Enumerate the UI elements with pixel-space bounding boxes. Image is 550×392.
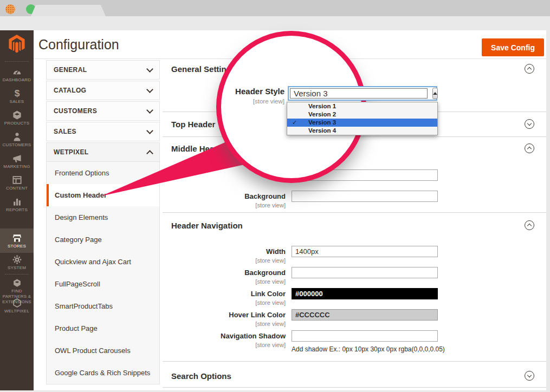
- sidebar-item-label: MARKETING: [0, 164, 34, 169]
- sidebar-item-system[interactable]: SYSTEM: [0, 254, 34, 271]
- window-button-orange[interactable]: [5, 4, 15, 14]
- form-section-header-navigation: Header NavigationWidth[store view]Backgr…: [163, 213, 546, 362]
- magento-logo-icon[interactable]: [0, 35, 34, 55]
- chevron-down-icon: [146, 86, 153, 93]
- section-heading: Search Options: [171, 371, 231, 381]
- field-label: Link Color[store view]: [163, 290, 286, 306]
- collapse-toggle-top-header[interactable]: [525, 119, 534, 129]
- dropdown-option-version-2[interactable]: Version 2: [287, 110, 437, 119]
- sidebar-item-stores[interactable]: STORES: [0, 228, 34, 253]
- sidebar-item-label: SYSTEM: [0, 265, 34, 271]
- chevron-down-icon: [527, 121, 532, 126]
- field-row-navigation-shadow: Navigation Shadow[store view]: [163, 331, 546, 344]
- field-scope: [store view]: [163, 278, 286, 285]
- header-style-label: Header Style: [209, 87, 284, 96]
- field-row-width: Width[store view]: [163, 246, 546, 259]
- dropdown-option-version-1[interactable]: Version 1: [287, 102, 437, 110]
- background-input[interactable]: [292, 191, 438, 202]
- field-row-link-color: Link Color[store view]: [163, 289, 546, 302]
- field-label: Hover Link Color[store view]: [163, 311, 286, 327]
- collapse-toggle-middle-header[interactable]: [525, 143, 534, 153]
- partners-icon: [0, 278, 34, 288]
- width-input[interactable]: [292, 246, 438, 257]
- sidebar-item-customers[interactable]: CUSTOMERS: [0, 132, 34, 148]
- header-style-select[interactable]: Version 3: [288, 86, 437, 101]
- chevron-down-icon: [527, 373, 532, 377]
- config-subitem-owl-product-carousels[interactable]: OWL Product Carousels: [47, 339, 159, 362]
- header-style-select-value: Version 3: [290, 88, 428, 99]
- field-label: Width[store view]: [163, 247, 286, 264]
- sidebar-item-label: REPORTS: [0, 207, 34, 213]
- chevron-up-icon: [527, 67, 532, 71]
- header-style-dropdown: Version 1Version 2✓Version 3Version 4: [287, 102, 438, 135]
- field-hint: Add shadow Ex.: 0px 10px 30px 0px rgba(0…: [292, 345, 445, 353]
- window-titlebar: [0, 0, 550, 16]
- config-subitem-category-page[interactable]: Category Page: [47, 228, 159, 251]
- sidebar-item-content[interactable]: CONTENT: [0, 175, 34, 191]
- field-row-background: Background[store view]: [163, 267, 546, 280]
- dropdown-option-version-4[interactable]: Version 4: [287, 127, 437, 135]
- config-section-general[interactable]: GENERAL: [46, 60, 160, 80]
- config-section-label: SALES: [54, 128, 76, 135]
- weltpixel-icon: [0, 298, 34, 308]
- dashboard-icon: [0, 67, 34, 77]
- select-arrow-button[interactable]: [432, 88, 438, 99]
- save-config-button[interactable]: Save Config: [482, 38, 544, 56]
- background-input[interactable]: [292, 267, 438, 278]
- sidebar-item-label: SALES: [0, 99, 34, 104]
- field-scope: [store view]: [163, 257, 286, 264]
- chevron-up-icon: [527, 224, 532, 228]
- page-title: Configuration: [38, 37, 119, 53]
- sidebar-item-label: PRODUCTS: [0, 121, 34, 126]
- config-subitem-quickview-and-ajax-cart[interactable]: Quickview and Ajax Cart: [47, 251, 159, 273]
- hover-link-color-input[interactable]: [292, 309, 438, 321]
- dropdown-option-version-3[interactable]: ✓Version 3: [287, 119, 437, 127]
- sidebar-item-label: CONTENT: [0, 186, 34, 191]
- chevron-down-icon: [146, 107, 153, 114]
- field-scope: [store view]: [163, 299, 286, 306]
- sidebar-item-sales[interactable]: $SALES: [0, 88, 34, 104]
- arrow-up-icon: [433, 92, 437, 95]
- config-nav: GENERALCATALOGCUSTOMERSSALESWETPIXELFron…: [46, 60, 160, 384]
- sidebar-item-reports[interactable]: REPORTS: [0, 197, 34, 213]
- customers-icon: [0, 132, 34, 142]
- config-section-label: GENERAL: [54, 66, 87, 74]
- sidebar-item-label: CUSTOMERS: [0, 142, 34, 148]
- config-subitem-smartproducttabs[interactable]: SmartProductTabs: [47, 295, 159, 317]
- reports-icon: [0, 197, 34, 207]
- browser-tab[interactable]: [31, 5, 106, 16]
- chevron-down-icon: [146, 66, 153, 73]
- config-section-customers[interactable]: CUSTOMERS: [46, 101, 160, 121]
- config-subitem-google-cards-rich-snippets[interactable]: Google Cards & Rich Snippets: [47, 362, 159, 384]
- section-heading: Header Navigation: [171, 221, 243, 230]
- navigation-shadow-input[interactable]: [292, 330, 438, 342]
- config-section-label: CATALOG: [54, 87, 86, 94]
- svg-text:$: $: [14, 88, 20, 99]
- chevron-up-icon: [527, 147, 532, 151]
- sidebar-divider: [5, 61, 29, 62]
- collapse-toggle-search-options[interactable]: [525, 371, 534, 381]
- sidebar-divider: [5, 274, 29, 275]
- field-scope: [store view]: [163, 342, 286, 348]
- products-icon: [0, 110, 34, 120]
- sidebar-item-marketing[interactable]: MARKETING: [0, 153, 34, 169]
- link-color-input[interactable]: [292, 288, 438, 299]
- config-subitem-fullpagescroll[interactable]: FullPageScroll: [47, 273, 159, 295]
- sidebar-item-label: DASHBOARD: [0, 77, 34, 83]
- config-section-catalog[interactable]: CATALOG: [46, 81, 160, 100]
- collapse-toggle-general-settings[interactable]: [525, 64, 534, 74]
- system-icon: [0, 254, 34, 265]
- sidebar-item-weltpixel[interactable]: WELTPIXEL: [0, 298, 34, 314]
- field-scope: [store view]: [163, 321, 286, 327]
- form-section-search-options: Search Options: [163, 362, 546, 388]
- stores-icon: [0, 233, 34, 243]
- section-heading: Top Header: [171, 120, 215, 129]
- config-section-label: WETPIXEL: [54, 148, 89, 156]
- browser-toolbar: [0, 16, 550, 30]
- config-section-label: CUSTOMERS: [54, 107, 97, 115]
- sidebar-item-dashboard[interactable]: DASHBOARD: [0, 67, 34, 83]
- sidebar-item-products[interactable]: PRODUCTS: [0, 110, 34, 126]
- collapse-toggle-header-navigation[interactable]: [525, 220, 534, 230]
- config-subitem-product-page[interactable]: Product Page: [47, 317, 159, 339]
- config-subitem-design-elements[interactable]: Design Elements: [47, 206, 159, 228]
